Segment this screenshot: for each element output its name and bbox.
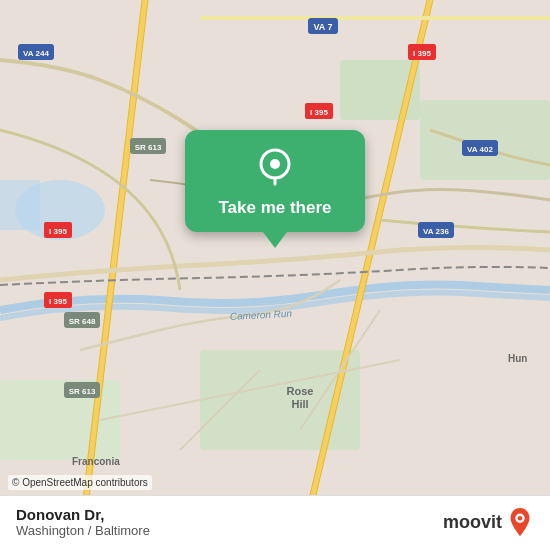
moovit-logo: moovit (443, 506, 534, 538)
svg-point-42 (270, 159, 280, 169)
location-name: Donovan Dr, (16, 506, 150, 523)
svg-point-44 (518, 516, 523, 521)
map-attribution: © OpenStreetMap contributors (8, 475, 152, 490)
svg-text:Hun: Hun (508, 353, 527, 364)
svg-rect-2 (0, 180, 40, 230)
svg-text:Hill: Hill (291, 398, 308, 410)
svg-text:Rose: Rose (287, 385, 314, 397)
popup-card[interactable]: Take me there (185, 130, 365, 232)
svg-text:SR 613: SR 613 (69, 387, 96, 396)
svg-text:I 395: I 395 (310, 108, 328, 117)
svg-text:VA 7: VA 7 (313, 22, 332, 32)
svg-text:I 395: I 395 (49, 297, 67, 306)
moovit-brand-text: moovit (443, 512, 502, 533)
svg-text:VA 236: VA 236 (423, 227, 449, 236)
map-background: VA 7 VA 244 I 395 VA 402 I 395 I 395 VA … (0, 0, 550, 550)
moovit-icon (506, 506, 534, 538)
take-me-there-button[interactable]: Take me there (218, 198, 331, 218)
map-container: VA 7 VA 244 I 395 VA 402 I 395 I 395 VA … (0, 0, 550, 550)
svg-text:SR 613: SR 613 (135, 143, 162, 152)
svg-text:VA 244: VA 244 (23, 49, 49, 58)
location-region: Washington / Baltimore (16, 523, 150, 538)
bottom-bar: Donovan Dr, Washington / Baltimore moovi… (0, 495, 550, 550)
location-pin-icon (253, 146, 297, 190)
svg-text:SR 648: SR 648 (69, 317, 96, 326)
location-info: Donovan Dr, Washington / Baltimore (16, 506, 150, 538)
svg-text:I 395: I 395 (49, 227, 67, 236)
svg-text:I 395: I 395 (413, 49, 431, 58)
svg-text:VA 402: VA 402 (467, 145, 493, 154)
svg-text:Franconia: Franconia (72, 456, 120, 467)
